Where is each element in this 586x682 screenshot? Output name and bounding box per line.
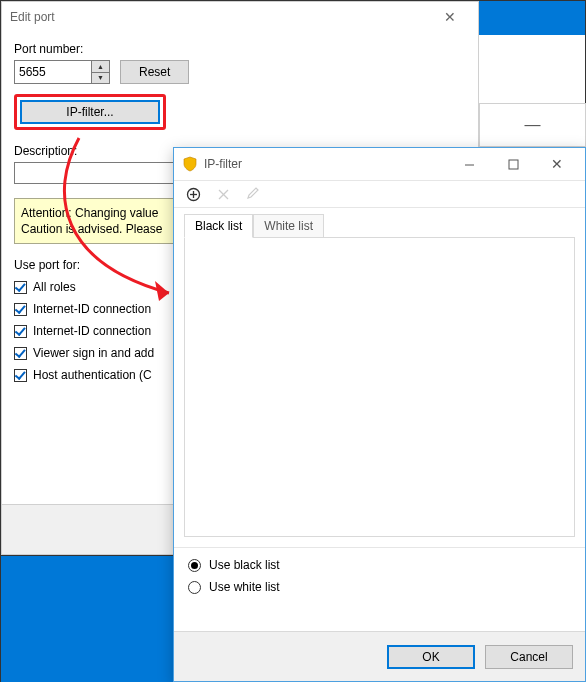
delete-icon (214, 185, 232, 203)
radio-use-white-list[interactable]: Use white list (188, 580, 571, 594)
ip-filter-title: IP-filter (204, 157, 242, 171)
checkbox-icon[interactable] (14, 281, 27, 294)
checkbox-icon[interactable] (14, 303, 27, 316)
port-number-label: Port number: (14, 42, 466, 56)
checkbox-icon[interactable] (14, 347, 27, 360)
close-icon[interactable]: ✕ (535, 150, 579, 178)
ip-filter-toolbar (174, 180, 585, 208)
desktop-background-block (1, 555, 173, 682)
tab-black-list[interactable]: Black list (184, 214, 253, 238)
minimize-icon: — (525, 116, 541, 134)
ip-filter-titlebar: IP-filter ✕ (174, 148, 585, 180)
background-window-minimize[interactable]: — (479, 103, 586, 147)
ip-filter-tabs: Black list White list (174, 208, 585, 238)
close-icon[interactable]: ✕ (430, 3, 470, 31)
edit-port-title: Edit port (10, 10, 55, 24)
ip-filter-list[interactable] (184, 237, 575, 537)
radio-icon[interactable] (188, 559, 201, 572)
ip-filter-radio-group: Use black list Use white list (174, 547, 585, 594)
port-number-field[interactable] (15, 61, 91, 83)
ip-filter-footer: OK Cancel (174, 631, 585, 681)
shield-icon (182, 156, 198, 172)
checkbox-icon[interactable] (14, 325, 27, 338)
svg-rect-1 (509, 160, 518, 169)
desktop-background-strip (477, 1, 585, 35)
edit-icon (244, 185, 262, 203)
ip-filter-window: IP-filter ✕ Black list White list (173, 147, 586, 682)
radio-icon[interactable] (188, 581, 201, 594)
spin-up-icon[interactable]: ▲ (92, 61, 109, 73)
radio-use-black-list[interactable]: Use black list (188, 558, 571, 572)
edit-port-titlebar: Edit port ✕ (2, 2, 478, 32)
cancel-button[interactable]: Cancel (485, 645, 573, 669)
warning-line2: Caution is advised. Please (21, 222, 162, 236)
ip-filter-highlight: IP-filter... (14, 94, 166, 130)
ok-button[interactable]: OK (387, 645, 475, 669)
warning-line1: Attention: Changing value (21, 206, 158, 220)
checkbox-icon[interactable] (14, 369, 27, 382)
reset-button[interactable]: Reset (120, 60, 189, 84)
port-number-input[interactable]: ▲ ▼ (14, 60, 110, 84)
maximize-icon[interactable] (491, 150, 535, 178)
minimize-icon[interactable] (447, 150, 491, 178)
spin-down-icon[interactable]: ▼ (92, 73, 109, 84)
add-icon[interactable] (184, 185, 202, 203)
ip-filter-button[interactable]: IP-filter... (20, 100, 160, 124)
tab-white-list[interactable]: White list (253, 214, 324, 238)
